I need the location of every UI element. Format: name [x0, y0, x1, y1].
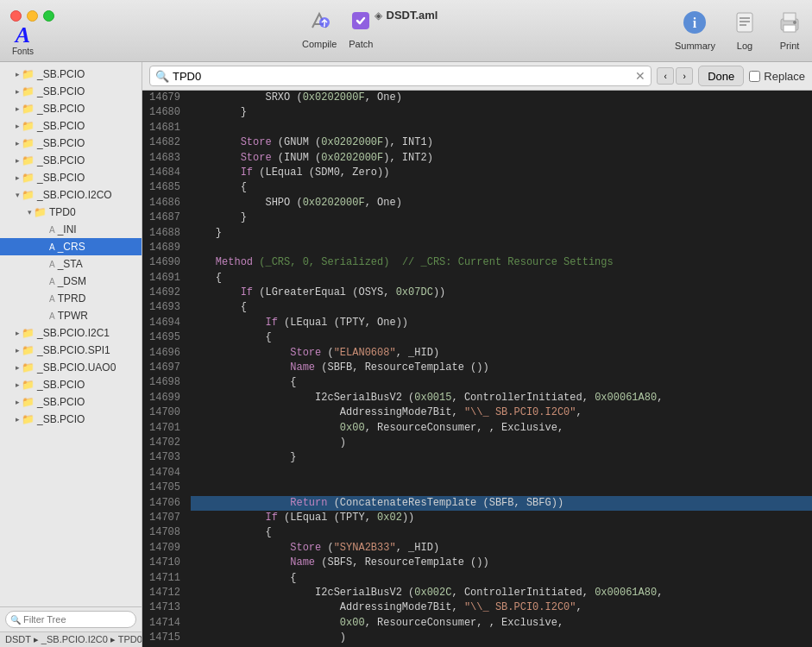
chevron-icon: ▸ — [16, 363, 20, 372]
file-icon: A — [49, 225, 55, 235]
table-row: 14704 — [142, 466, 812, 481]
sidebar-item-18[interactable]: ▸📁_SB.PCIO — [0, 376, 142, 393]
chevron-icon: ▸ — [16, 87, 20, 96]
compile-label: Compile — [302, 39, 337, 49]
line-content: { — [191, 525, 812, 540]
sidebar-item-13[interactable]: ATPRD — [0, 290, 142, 307]
search-icon: 🔍 — [155, 70, 169, 83]
line-number: 14686 — [142, 196, 191, 210]
sidebar-item-15[interactable]: ▸📁_SB.PCIO.I2C1 — [0, 324, 142, 342]
sidebar-item-7[interactable]: ▾📁_SB.PCIO.I2CO — [0, 186, 142, 204]
sidebar-item-16[interactable]: ▸📁_SB.PCIO.SPI1 — [0, 342, 142, 359]
titlebar: A Fonts ◈ DSDT.aml Compile — [0, 0, 812, 62]
folder-icon: 📁 — [22, 103, 35, 115]
folder-icon: 📁 — [22, 344, 35, 356]
sidebar-item-3[interactable]: ▸📁_SB.PCIO — [0, 117, 142, 135]
chevron-icon: ▸ — [16, 156, 20, 165]
compile-button[interactable]: Compile — [302, 5, 337, 49]
line-content: ) — [191, 631, 812, 645]
fonts-label: Fonts — [12, 47, 34, 56]
table-row: 14711 { — [142, 571, 812, 586]
table-row: 14690 Method (_CRS, 0, Serialized) // _C… — [142, 255, 812, 270]
search-prev-button[interactable]: ‹ — [657, 67, 674, 85]
sidebar-item-label: _CRS — [58, 241, 85, 253]
table-row: 14706 Return (ConcatenateResTemplate (SB… — [142, 496, 812, 511]
line-content: Name (SBFB, ResourceTemplate ()) — [191, 361, 812, 375]
table-row: 14710 Name (SBFS, ResourceTemplate ()) — [142, 556, 812, 570]
sidebar-item-20[interactable]: ▸📁_SB.PCIO — [0, 411, 142, 428]
line-content: Return (ConcatenateResTemplate (SBFB, SB… — [191, 496, 812, 511]
sidebar-item-1[interactable]: ▸📁_SB.PCIO — [0, 83, 142, 100]
line-number: 14684 — [142, 166, 191, 180]
patch-button[interactable]: Patch — [345, 5, 376, 49]
sidebar-item-label: _SB.PCIO — [37, 154, 85, 166]
sidebar-item-label: _SB.PCIO — [37, 85, 85, 97]
line-content: Store ("ELAN0608", _HID) — [191, 346, 812, 361]
table-row: 14709 Store ("SYNA2B33", _HID) — [142, 541, 812, 556]
folder-icon: 📁 — [22, 413, 35, 425]
sidebar-item-label: TPRD — [58, 292, 86, 305]
line-number: 14713 — [142, 600, 191, 615]
sidebar-item-9[interactable]: A_INI — [0, 221, 142, 238]
folder-icon: 📁 — [22, 379, 35, 391]
sidebar-item-19[interactable]: ▸📁_SB.PCIO — [0, 393, 142, 411]
print-button[interactable]: Print — [774, 7, 805, 51]
line-number: 14680 — [142, 105, 191, 120]
svg-point-11 — [793, 21, 796, 24]
print-label: Print — [780, 41, 800, 51]
line-number: 14701 — [142, 421, 191, 436]
search-bar: 🔍 ✕ ‹ › Done Replace — [142, 62, 812, 91]
folder-icon: 📁 — [22, 396, 35, 408]
close-button[interactable] — [10, 10, 22, 22]
sidebar-item-label: _SB.PCIO — [37, 103, 85, 115]
sidebar-item-10[interactable]: A_CRS — [0, 238, 142, 255]
search-next-button[interactable]: › — [676, 67, 693, 85]
sidebar-item-14[interactable]: ATPWR — [0, 307, 142, 324]
line-content: 0x00, ResourceConsumer, , Exclusive, — [191, 616, 812, 631]
line-number: 14689 — [142, 241, 191, 255]
sidebar-item-17[interactable]: ▸📁_SB.PCIO.UAO0 — [0, 359, 142, 376]
table-row: 14703 } — [142, 450, 812, 465]
search-clear-button[interactable]: ✕ — [635, 69, 645, 83]
svg-rect-9 — [784, 13, 796, 21]
sidebar-item-6[interactable]: ▸📁_SB.PCIO — [0, 169, 142, 186]
filter-input[interactable] — [5, 611, 136, 628]
file-icon: A — [49, 242, 55, 252]
summary-button[interactable]: i Summary — [675, 7, 715, 51]
maximize-button[interactable] — [43, 10, 54, 22]
code-editor[interactable]: 14679 SRXO (0x0202000F, One)14680 }14681… — [142, 91, 812, 647]
chevron-icon: ▾ — [28, 208, 32, 217]
fonts-panel[interactable]: A Fonts — [12, 24, 34, 56]
line-content: I2cSerialBusV2 (0x002C, ControllerInitia… — [191, 586, 812, 600]
filter-search-icon: 🔍 — [10, 615, 21, 625]
replace-checkbox[interactable] — [749, 71, 760, 82]
line-number: 14702 — [142, 436, 191, 450]
line-number: 14715 — [142, 631, 191, 645]
sidebar-item-2[interactable]: ▸📁_SB.PCIO — [0, 100, 142, 117]
line-content — [191, 481, 812, 495]
line-number: 14699 — [142, 391, 191, 405]
minimize-button[interactable] — [27, 10, 38, 22]
line-content: Store ("SYNA2B33", _HID) — [191, 541, 812, 556]
line-content: } — [191, 226, 812, 241]
line-content: { — [191, 300, 812, 315]
folder-icon: 📁 — [34, 206, 47, 218]
table-row: 14682 Store (GNUM (0x0202000F), INT1) — [142, 135, 812, 150]
search-navigation: ‹ › — [657, 67, 693, 85]
search-input[interactable] — [173, 70, 635, 83]
line-number: 14693 — [142, 300, 191, 315]
sidebar-item-0[interactable]: ▸📁_SB.PCIO — [0, 66, 142, 83]
sidebar-item-5[interactable]: ▸📁_SB.PCIO — [0, 152, 142, 169]
sidebar-item-8[interactable]: ▾📁TPD0 — [0, 204, 142, 221]
table-row: 14707 If (LEqual (TPTY, 0x02)) — [142, 511, 812, 525]
log-button[interactable]: Log — [729, 7, 760, 51]
search-done-button[interactable]: Done — [698, 66, 744, 86]
svg-rect-4 — [737, 13, 752, 32]
log-label: Log — [737, 41, 752, 51]
sidebar-item-4[interactable]: ▸📁_SB.PCIO — [0, 135, 142, 152]
sidebar-item-11[interactable]: A_STA — [0, 255, 142, 273]
sidebar-item-12[interactable]: A_DSM — [0, 273, 142, 290]
patch-label: Patch — [349, 39, 373, 49]
sidebar-item-label: _SB.PCIO.UAO0 — [37, 361, 116, 374]
toolbar-tools: Compile Patch — [302, 5, 376, 49]
